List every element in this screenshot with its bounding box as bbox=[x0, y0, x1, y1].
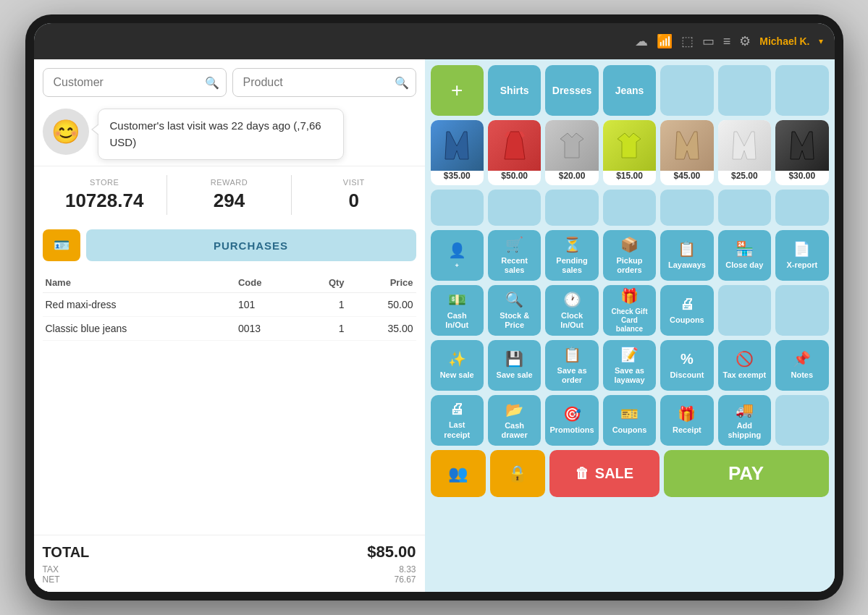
row-code: 101 bbox=[235, 293, 300, 317]
row-name: Classic blue jeans bbox=[43, 317, 235, 341]
tax-exempt-button[interactable]: 🚫 Tax exempt bbox=[718, 340, 771, 391]
product-black[interactable]: $30.00 bbox=[775, 120, 828, 185]
col-code: Code bbox=[235, 273, 300, 293]
left-panel: 🔍 🔍 😊 Customer's last visit was 22 days … bbox=[34, 59, 425, 592]
add-customer-button[interactable]: 👤 + bbox=[431, 230, 484, 281]
save-layaway-icon: 📝 bbox=[620, 346, 639, 363]
tax-exempt-icon: 🚫 bbox=[736, 350, 754, 368]
empty-row-1 bbox=[431, 190, 484, 226]
customer-tooltip: Customer's last visit was 22 days ago (,… bbox=[98, 109, 344, 160]
polo-image bbox=[603, 120, 656, 171]
pending-sales-icon: ⏳ bbox=[563, 236, 581, 253]
cash-inout-icon: 💵 bbox=[448, 291, 466, 308]
col-qty: Qty bbox=[300, 273, 347, 293]
stock-price-button[interactable]: 🔍 Stock & Price bbox=[488, 285, 541, 336]
new-sale-button[interactable]: ✨ New sale bbox=[431, 340, 484, 391]
discount-button[interactable]: % Discount bbox=[660, 340, 713, 391]
x-report-button[interactable]: 📄 X-report bbox=[775, 230, 828, 281]
customers-button[interactable]: 👥 bbox=[431, 450, 486, 497]
add-shipping-button[interactable]: 🚚 Add shipping bbox=[718, 395, 771, 446]
recent-sales-button[interactable]: 🛒 Recent sales bbox=[488, 230, 541, 281]
new-sale-label: New sale bbox=[440, 370, 474, 380]
stock-price-icon: 🔍 bbox=[505, 291, 523, 308]
card-button[interactable]: 🪪 bbox=[43, 229, 80, 261]
receipt-icon: 🎁 bbox=[678, 405, 696, 423]
window-icon[interactable]: ▭ bbox=[702, 33, 715, 49]
gift-card-button[interactable]: 🎁 Check Gift Card balance bbox=[603, 285, 656, 336]
discount-icon: % bbox=[681, 351, 694, 368]
category-dresses[interactable]: Dresses bbox=[545, 65, 598, 116]
product-search-input[interactable] bbox=[232, 68, 416, 97]
promotions-button[interactable]: 🎯 Promotions bbox=[545, 395, 598, 446]
row-qty: 1 bbox=[300, 317, 347, 341]
product-white[interactable]: $25.00 bbox=[718, 120, 771, 185]
sale-label: SALE bbox=[595, 465, 633, 482]
coupons-button[interactable]: 🖨 Coupons bbox=[660, 285, 713, 336]
white-image bbox=[718, 120, 771, 171]
category-shirts[interactable]: Shirts bbox=[488, 65, 541, 116]
screen-icon[interactable]: ⬚ bbox=[681, 33, 694, 49]
cash-inout-button[interactable]: 💵 Cash In/Out bbox=[431, 285, 484, 336]
lock-button[interactable]: 🔒 bbox=[490, 450, 545, 497]
layaways-button[interactable]: 📋 Layaways bbox=[660, 230, 713, 281]
product-price-6: $25.00 bbox=[731, 171, 758, 181]
save-layaway-label: Save as layaway bbox=[607, 366, 652, 385]
product-shirt[interactable]: $20.00 bbox=[545, 120, 598, 185]
product-jeans[interactable]: $35.00 bbox=[431, 120, 484, 185]
empty-row-4 bbox=[603, 190, 656, 226]
user-name[interactable]: Michael K. bbox=[759, 35, 809, 47]
product-price-4: $15.00 bbox=[616, 171, 643, 181]
pickup-orders-label: Pickup orders bbox=[607, 256, 652, 275]
close-day-button[interactable]: 🏪 Close day bbox=[718, 230, 771, 281]
notes-icon: 📌 bbox=[793, 350, 811, 368]
col-price: Price bbox=[347, 273, 416, 293]
table-row: Red maxi-dress 101 1 50.00 bbox=[43, 293, 416, 317]
notes-button[interactable]: 📌 Notes bbox=[775, 340, 828, 391]
customer-search-input[interactable] bbox=[43, 68, 227, 97]
pay-label: PAY bbox=[728, 462, 764, 485]
empty-row-3 bbox=[545, 190, 598, 226]
notes-label: Notes bbox=[791, 370, 814, 380]
row-price: 35.00 bbox=[347, 317, 416, 341]
pending-sales-button[interactable]: ⏳ Pending sales bbox=[545, 230, 598, 281]
receipt-button[interactable]: 🎁 Receipt bbox=[660, 395, 713, 446]
last-receipt-button[interactable]: 🖨 Last receipt bbox=[431, 395, 484, 446]
action-empty-2 bbox=[775, 285, 828, 336]
purchases-button[interactable]: PURCHASES bbox=[86, 229, 416, 261]
clock-inout-icon: 🕐 bbox=[563, 291, 581, 308]
clock-inout-label: Clock In/Out bbox=[549, 311, 594, 330]
cloud-icon[interactable]: ☁ bbox=[635, 33, 648, 49]
sale-button[interactable]: 🗑 SALE bbox=[549, 450, 660, 497]
promotions-label: Promotions bbox=[550, 425, 594, 435]
coupons2-button[interactable]: 🎫 Coupons bbox=[603, 395, 656, 446]
totals-area: TOTAL $85.00 TAX 8.33 NET 76.67 bbox=[34, 535, 425, 592]
row-code: 0013 bbox=[235, 317, 300, 341]
x-report-label: X-report bbox=[786, 260, 817, 270]
cash-drawer-button[interactable]: 📂 Cash drawer bbox=[488, 395, 541, 446]
layaways-label: Layaways bbox=[668, 260, 706, 270]
product-beige[interactable]: $45.00 bbox=[660, 120, 713, 185]
save-order-button[interactable]: 📋 Save as order bbox=[545, 340, 598, 391]
user-dropdown-arrow[interactable]: ▾ bbox=[819, 36, 823, 46]
search-bars: 🔍 🔍 bbox=[34, 59, 425, 103]
settings-icon[interactable]: ⚙ bbox=[739, 33, 751, 49]
product-price-5: $45.00 bbox=[674, 171, 701, 181]
coupons-icon: 🖨 bbox=[680, 296, 694, 313]
category-jeans[interactable]: Jeans bbox=[603, 65, 656, 116]
total-amount: $85.00 bbox=[367, 543, 416, 561]
store-value: 10728.74 bbox=[49, 190, 161, 212]
menu-icon[interactable]: ≡ bbox=[723, 34, 731, 49]
product-dress[interactable]: $50.00 bbox=[488, 120, 541, 185]
pickup-orders-button[interactable]: 📦 Pickup orders bbox=[603, 230, 656, 281]
row-qty: 1 bbox=[300, 293, 347, 317]
tax-label: TAX bbox=[43, 564, 59, 574]
stats-row: STORE 10728.74 REWARD 294 VISIT 0 bbox=[34, 166, 425, 224]
save-layaway-button[interactable]: 📝 Save as layaway bbox=[603, 340, 656, 391]
pay-button[interactable]: PAY bbox=[664, 450, 829, 497]
tax-exempt-label: Tax exempt bbox=[722, 370, 766, 380]
save-sale-button[interactable]: 💾 Save sale bbox=[488, 340, 541, 391]
add-category-button[interactable]: + bbox=[431, 65, 484, 116]
product-polo[interactable]: $15.00 bbox=[603, 120, 656, 185]
visit-stat: VISIT 0 bbox=[292, 175, 416, 215]
clock-inout-button[interactable]: 🕐 Clock In/Out bbox=[545, 285, 598, 336]
